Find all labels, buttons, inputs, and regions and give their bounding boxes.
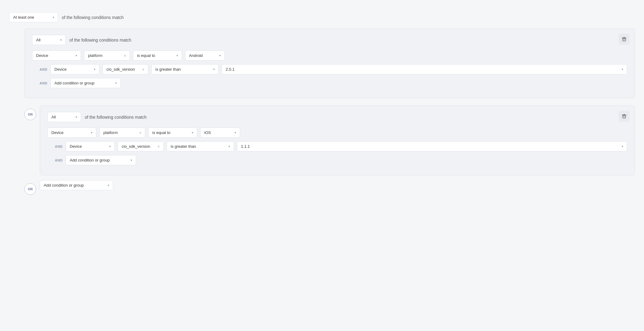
or-group-2-row: OR All ▾ of the f xyxy=(24,106,635,175)
group-1-add-chevron: ▾ xyxy=(115,81,117,85)
condition-2-field-label: cio_sdk_version xyxy=(106,67,135,72)
condition-3-field-label: platform xyxy=(103,130,118,135)
condition-row-2: AND Device ▾ cio_sdk_version ∨ is greate… xyxy=(32,64,627,74)
condition-4-operator-select[interactable]: is greater than ▾ xyxy=(167,141,234,151)
condition-3-attribute-select[interactable]: Device ▾ xyxy=(47,128,96,138)
group-2-delete-button[interactable] xyxy=(619,111,630,122)
outer-add-select[interactable]: Add condition or group ▾ xyxy=(40,180,113,190)
condition-4-field-select[interactable]: cio_sdk_version ∨ xyxy=(118,141,164,151)
group-1-section: All ▾ of the following conditions match … xyxy=(24,28,635,98)
group-2-match-select[interactable]: All ▾ xyxy=(47,112,81,122)
condition-1-operator-select[interactable]: is equal to ▾ xyxy=(133,50,182,61)
condition-2-value-select[interactable]: 2.0.1 ▾ xyxy=(222,64,627,74)
condition-1-operator-chevron: ▾ xyxy=(176,54,178,57)
trash-icon-2 xyxy=(622,114,627,119)
condition-4-value-select[interactable]: 1.1.1 ▾ xyxy=(237,141,627,151)
condition-4-value-chevron: ▾ xyxy=(622,145,623,148)
group-2-add-label: Add condition or group xyxy=(70,158,110,162)
condition-2-field-select[interactable]: cio_sdk_version ∨ xyxy=(102,64,148,74)
svg-rect-0 xyxy=(623,38,626,41)
condition-2-value-label: 2.0.1 xyxy=(226,67,235,72)
group-2-add-select[interactable]: Add condition or group ▾ xyxy=(66,155,136,165)
or-badge-1: OR xyxy=(24,109,36,120)
condition-2-attribute-select[interactable]: Device ▾ xyxy=(50,64,99,74)
condition-3-field-select[interactable]: platform ∨ xyxy=(99,128,145,138)
outer-add-row: OR Add condition or group ▾ xyxy=(24,180,635,195)
top-match-label: At least one xyxy=(13,15,34,20)
condition-2-and-label: AND xyxy=(32,68,47,71)
group-1-add-select[interactable]: Add condition or group ▾ xyxy=(50,78,121,88)
condition-1-value-select[interactable]: Android ▾ xyxy=(185,50,225,61)
condition-row-3: Device ▾ platform ∨ is equal to ▾ iOS xyxy=(47,128,627,138)
condition-3-value-label: iOS xyxy=(204,130,211,135)
condition-2-value-chevron: ▾ xyxy=(622,68,623,71)
condition-1-attribute-select[interactable]: Device ▾ xyxy=(32,50,81,61)
add-condition-row-2: AND Add condition or group ▾ xyxy=(47,155,627,165)
condition-1-value-chevron: ▾ xyxy=(219,54,221,57)
svg-rect-1 xyxy=(623,115,626,118)
group-2-add-chevron: ▾ xyxy=(131,158,132,162)
condition-3-operator-chevron: ▾ xyxy=(192,131,193,134)
condition-2-field-chevron: ∨ xyxy=(142,68,144,71)
add-and-label-2: AND xyxy=(47,158,63,162)
condition-3-value-chevron: ▾ xyxy=(235,131,236,134)
group-2-header: All ▾ of the following conditions match xyxy=(47,112,627,122)
top-match-chevron: ▾ xyxy=(53,16,54,19)
condition-3-operator-label: is equal to xyxy=(152,130,170,135)
condition-1-field-select[interactable]: platform ∨ xyxy=(84,50,130,61)
condition-1-field-chevron: ∨ xyxy=(124,54,126,57)
condition-1-attribute-label: Device xyxy=(36,53,48,58)
group-1-match-chevron: ▾ xyxy=(60,38,62,42)
condition-3-field-chevron: ∨ xyxy=(139,131,141,134)
top-match-select[interactable]: At least one ▾ xyxy=(9,12,58,22)
condition-4-field-label: cio_sdk_version xyxy=(122,144,150,149)
group-1-conditions: Device ▾ platform ∨ is equal to ▾ Andr xyxy=(32,50,627,88)
condition-2-operator-chevron: ▾ xyxy=(213,68,215,71)
group-1-of-text: of the following conditions match xyxy=(69,38,131,43)
condition-4-operator-chevron: ▾ xyxy=(228,145,230,148)
group-2-match-chevron: ▾ xyxy=(76,115,77,119)
group-1-match-select[interactable]: All ▾ xyxy=(32,35,66,45)
group-1-add-label: Add condition or group xyxy=(54,81,94,85)
groups-wrapper: All ▾ of the following conditions match … xyxy=(9,28,635,195)
group-2-match-label: All xyxy=(51,115,56,119)
condition-1-field-label: platform xyxy=(88,53,102,58)
condition-4-attribute-label: Device xyxy=(70,144,82,149)
outer-add-label: Add condition or group xyxy=(44,183,84,188)
condition-4-field-chevron: ∨ xyxy=(157,145,160,148)
add-and-label-1: AND xyxy=(32,81,47,85)
condition-3-attribute-chevron: ▾ xyxy=(91,131,92,134)
group-1-match-label: All xyxy=(36,38,40,42)
group-2-container: All ▾ of the following conditions match … xyxy=(40,106,635,175)
condition-1-operator-label: is equal to xyxy=(137,53,155,58)
group-2-conditions: Device ▾ platform ∨ is equal to ▾ iOS xyxy=(47,128,627,165)
add-condition-row-1: AND Add condition or group ▾ xyxy=(32,78,627,88)
condition-2-attribute-label: Device xyxy=(54,67,67,72)
group-1-header: All ▾ of the following conditions match xyxy=(32,35,627,45)
condition-4-value-label: 1.1.1 xyxy=(241,144,250,149)
condition-4-attribute-select[interactable]: Device ▾ xyxy=(66,141,115,151)
top-level-row: At least one ▾ of the following conditio… xyxy=(9,12,635,22)
condition-2-operator-label: is greater than xyxy=(155,67,181,72)
condition-3-attribute-label: Device xyxy=(51,130,64,135)
condition-3-operator-select[interactable]: is equal to ▾ xyxy=(148,128,197,138)
condition-1-attribute-chevron: ▾ xyxy=(76,54,77,57)
condition-1-value-label: Android xyxy=(189,53,203,58)
group-1-delete-button[interactable] xyxy=(619,34,630,45)
filter-builder: At least one ▾ of the following conditio… xyxy=(9,12,635,195)
condition-2-operator-select[interactable]: is greater than ▾ xyxy=(151,64,219,74)
group-1-container: All ▾ of the following conditions match … xyxy=(24,28,635,98)
condition-4-and-label: AND xyxy=(47,145,63,148)
condition-2-attribute-chevron: ▾ xyxy=(94,68,95,71)
condition-row-1: Device ▾ platform ∨ is equal to ▾ Andr xyxy=(32,50,627,61)
condition-4-operator-label: is greater than xyxy=(171,144,196,149)
condition-4-attribute-chevron: ▾ xyxy=(109,145,111,148)
trash-icon xyxy=(622,37,627,42)
or-badge-2: OR xyxy=(24,183,36,195)
group-2-of-text: of the following conditions match xyxy=(85,115,146,120)
outer-add-chevron: ▾ xyxy=(108,184,109,187)
condition-3-value-select[interactable]: iOS ▾ xyxy=(200,128,240,138)
top-of-text: of the following conditions match xyxy=(62,15,124,20)
condition-row-4: AND Device ▾ cio_sdk_version ∨ is greate… xyxy=(47,141,627,151)
